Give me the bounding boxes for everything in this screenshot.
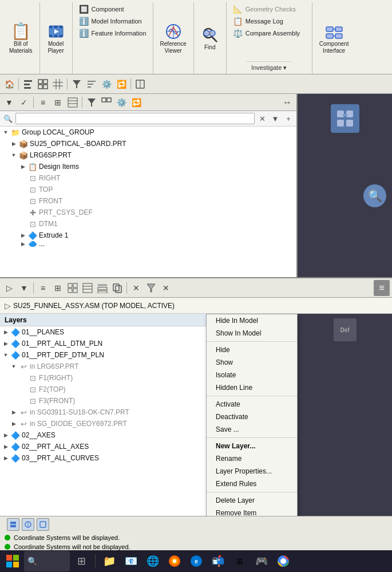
search-clear-icon[interactable]: ✕ <box>256 113 268 124</box>
tree-collapse-btn[interactable]: ▼ <box>2 96 16 109</box>
expand-01-planes[interactable]: ▶ <box>1 328 10 337</box>
ctx-new-layer[interactable]: New Layer... <box>207 440 297 452</box>
status-icon-1[interactable] <box>7 518 19 531</box>
toolbar-view-btn[interactable] <box>133 77 147 91</box>
tree-item-extrude1[interactable]: ▶ 🔷 Extrude 1 <box>0 230 296 241</box>
ctx-hidden-line[interactable]: Hidden Line <box>207 381 297 394</box>
toolbar-settings-btn[interactable]: ⚙️ <box>100 77 113 91</box>
feature-information-button[interactable]: ℹ️ Feature Information <box>77 27 148 39</box>
ctx-deactivate[interactable]: Deactivate <box>207 411 297 423</box>
search-add-icon[interactable]: + <box>283 113 294 124</box>
tree-settings-btn[interactable]: ⚙️ <box>114 96 128 109</box>
ctx-delete-layer[interactable]: Delete Layer <box>207 494 297 507</box>
ctx-show-in-model[interactable]: Show In Model <box>207 327 297 340</box>
toolbar-filter-btn[interactable] <box>70 77 84 91</box>
expand-icon-lrg6sp[interactable]: ▼ <box>9 151 18 160</box>
model-information-button[interactable]: ℹ️ Model Information <box>77 15 148 27</box>
toolbar-refresh-btn[interactable]: 🔁 <box>114 77 128 91</box>
tree-item-more[interactable]: ▶ 🔷 ... <box>0 241 296 247</box>
expand-in-lrg6sp[interactable]: ▼ <box>9 362 18 371</box>
toolbar-home-btn[interactable]: 🏠 <box>2 77 16 91</box>
status-icon-3[interactable] <box>37 518 49 531</box>
search-input[interactable] <box>15 113 255 124</box>
tree-item-dtm1[interactable]: ⊡ DTM1 <box>0 218 296 230</box>
taskbar-email-btn[interactable]: 📧 <box>121 551 141 571</box>
investigate-dropdown[interactable]: Investigate ▾ <box>247 61 291 74</box>
model-player-button[interactable]: ModelPlayer <box>45 21 68 56</box>
taskbar-browser2-btn[interactable] <box>164 551 185 571</box>
expand-icon-design-items[interactable]: ▶ <box>18 162 27 171</box>
layers-grid-btn[interactable]: ⊞ <box>51 281 65 295</box>
layers-table1-btn[interactable] <box>66 281 80 295</box>
taskbar-taskview-btn[interactable]: ⊞ <box>71 551 92 571</box>
ctx-show[interactable]: Show <box>207 356 297 369</box>
taskbar-mail2-btn[interactable]: 📬 <box>208 551 228 571</box>
ctx-activate[interactable]: Activate <box>207 398 297 411</box>
expand-icon-group-local[interactable]: ▼ <box>1 128 10 137</box>
tree-expand-btn[interactable] <box>100 96 113 109</box>
taskbar-browser1-btn[interactable]: 🌐 <box>142 551 163 571</box>
ctx-rename[interactable]: Rename <box>207 452 297 465</box>
geometry-checks-button[interactable]: 📐 Geometry Checks <box>231 3 307 15</box>
ctx-layer-properties[interactable]: Layer Properties... <box>207 465 297 478</box>
expand-03-prt-all-curves[interactable]: ▶ <box>1 453 10 463</box>
layers-filter-btn[interactable] <box>144 281 158 295</box>
layers-list-btn[interactable]: ≡ <box>36 281 50 295</box>
layers-collapse-btn[interactable]: ▼ <box>17 281 31 295</box>
expand-02-axes[interactable]: ▶ <box>1 431 10 440</box>
expand-in-sg03911[interactable]: ▶ <box>9 408 18 417</box>
ctx-remove-item[interactable]: Remove Item <box>207 507 297 516</box>
tree-item-design-items[interactable]: ▶ 📋 Design Items <box>0 161 296 172</box>
expand-in-sg-diode[interactable]: ▶ <box>9 419 18 428</box>
compare-assembly-button[interactable]: ⚖️ Compare Assembly <box>231 27 307 39</box>
expand-01-prt-all-dtm[interactable]: ▶ <box>1 339 10 348</box>
taskbar-browser3-btn[interactable]: e <box>186 551 207 571</box>
message-log-button[interactable]: 📋 Message Log <box>231 15 307 27</box>
tree-list-btn[interactable]: ≡ <box>36 96 50 109</box>
layers-multi-btn[interactable] <box>96 281 109 295</box>
expand-icon-su25[interactable]: ▶ <box>9 139 18 148</box>
toolbar-sort-btn[interactable] <box>85 77 98 91</box>
component-interface-button[interactable]: ComponentInterface <box>317 21 351 56</box>
tree-item-su25-optical[interactable]: ▶ 📦 SU25_OPTICAL_-BOARD.PRT <box>0 138 296 149</box>
tree-item-top[interactable]: ⊡ TOP <box>0 184 296 195</box>
layers-dup-btn[interactable] <box>110 281 124 295</box>
find-button[interactable]: Find <box>199 25 221 52</box>
tree-filter-btn[interactable] <box>85 96 98 109</box>
layers-nav-icon[interactable]: ▷ <box>2 281 16 295</box>
reference-viewer-button[interactable]: ReferenceViewer <box>158 21 189 56</box>
layers-x-btn[interactable]: ✕ <box>129 281 143 295</box>
layers-table2-btn[interactable] <box>81 281 94 295</box>
tree-item-lrg6sp[interactable]: ▼ 📦 LRG6SP.PRT <box>0 149 296 161</box>
taskbar-search-btn[interactable]: 🔍 <box>24 551 70 571</box>
ctx-hide-in-model[interactable]: Hide In Model <box>207 314 297 327</box>
ctx-extend-rules[interactable]: Extend Rules <box>207 478 297 490</box>
ctx-hide[interactable]: Hide <box>207 344 297 356</box>
toolbar-tree-btn[interactable] <box>21 77 35 91</box>
taskbar-file-btn[interactable]: 📁 <box>99 551 120 571</box>
taskbar-start-button[interactable] <box>2 551 23 571</box>
layers-resize-btn[interactable]: ≡ <box>374 280 390 296</box>
expand-icon-extrude1[interactable]: ▶ <box>18 231 27 240</box>
taskbar-game-btn[interactable]: 🎮 <box>251 551 272 571</box>
tree-item-right[interactable]: ⊡ RIGHT <box>0 172 296 184</box>
taskbar-browser4-btn[interactable] <box>273 551 294 571</box>
tree-resize-btn[interactable]: ↔ <box>280 96 294 109</box>
expand-02-prt-all-axes[interactable]: ▶ <box>1 442 10 451</box>
search-dropdown-icon[interactable]: ▼ <box>270 113 281 124</box>
tree-item-prt-csys[interactable]: ✚ PRT_CSYS_DEF <box>0 207 296 218</box>
bill-of-materials-button[interactable]: 📋 Bill of Materials <box>7 21 35 56</box>
toolbar-expand-btn[interactable] <box>36 77 50 91</box>
tree-check-btn[interactable]: ✓ <box>17 96 31 109</box>
tree-reload-btn[interactable]: 🔁 <box>129 96 143 109</box>
taskbar-apps-btn[interactable]: ⊞ <box>229 551 250 571</box>
ctx-save[interactable]: Save ... <box>207 423 297 436</box>
layers-x2-btn[interactable]: ✕ <box>159 281 173 295</box>
status-icon-2[interactable] <box>22 518 34 531</box>
expand-icon-more[interactable]: ▶ <box>18 241 27 247</box>
tree-item-group-local[interactable]: ▼ 📁 Group LOCAL_GROUP <box>0 127 296 138</box>
tree-table-btn[interactable] <box>66 96 80 109</box>
tree-item-front[interactable]: ⊡ FRONT <box>0 195 296 207</box>
ctx-isolate[interactable]: Isolate <box>207 369 297 381</box>
expand-01-prt-def-dtm[interactable]: ▼ <box>1 350 10 360</box>
